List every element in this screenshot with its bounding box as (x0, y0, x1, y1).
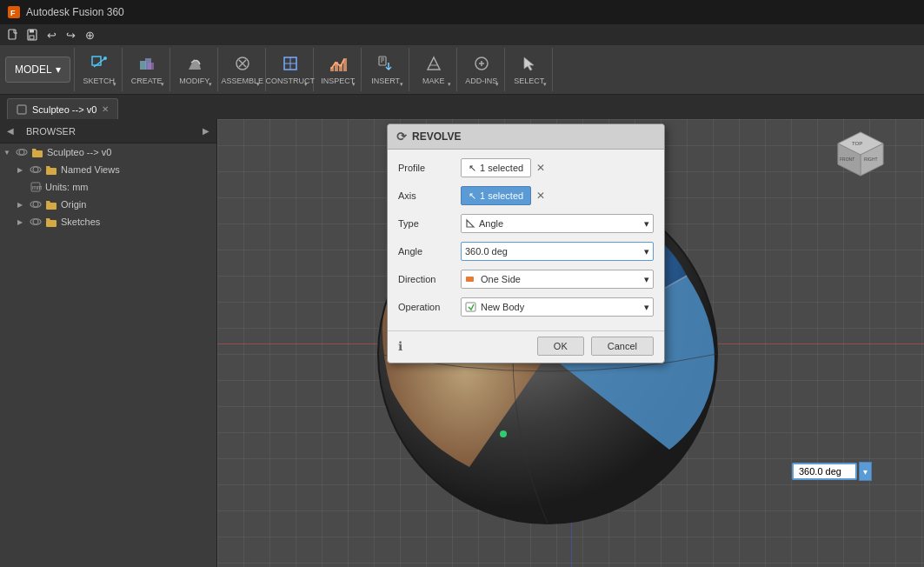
profile-label: Profile (398, 163, 461, 173)
cancel-button[interactable]: Cancel (591, 337, 654, 356)
select-btn[interactable]: SELECT ▾ (510, 50, 548, 90)
angle-input[interactable]: ▾ (461, 242, 654, 261)
svg-text:FRONT: FRONT (840, 157, 854, 162)
revolve-dialog-body: Profile ↖ 1 selected ✕ Axis ↖ (388, 150, 664, 330)
angle-dropdown-arrow[interactable]: ▾ (644, 246, 649, 257)
dialog-buttons: OK Cancel (537, 337, 654, 356)
create-btn[interactable]: CREATE ▾ (128, 50, 166, 90)
origin-folder-icon (45, 198, 57, 210)
tab-label: Sculpteo --> v0 (32, 104, 96, 115)
inspect-btn[interactable]: INSPECT ▾ (319, 50, 357, 90)
axis-select-btn[interactable]: ↖ 1 selected (461, 186, 531, 205)
type-value: Angle (479, 218, 503, 229)
type-label: Type (398, 218, 461, 229)
svg-rect-10 (148, 63, 154, 70)
revolve-title: REVOLVE (412, 130, 461, 143)
svg-rect-6 (92, 57, 101, 65)
units-label: Units: mm (45, 182, 89, 192)
tab-close-btn[interactable]: ✕ (102, 104, 109, 114)
select-group: SELECT ▾ (510, 48, 553, 91)
model-dropdown[interactable]: MODEL ▾ (5, 57, 70, 83)
svg-text:TOP: TOP (852, 141, 862, 146)
angle-control: ▾ (461, 242, 654, 261)
title-bar: F Autodesk Fusion 360 (0, 0, 924, 24)
assemble-btn[interactable]: ASSEMBLE ▾ (223, 50, 262, 90)
direction-label: Direction (398, 274, 461, 284)
browser-item-origin[interactable]: ▶ Origin (0, 196, 216, 213)
browser-item-root[interactable]: ▼ Sculpteo --> v0 (0, 143, 216, 161)
svg-rect-16 (343, 58, 347, 71)
nav-cube[interactable]: TOP RIGHT FRONT (833, 128, 889, 187)
extra-btn[interactable]: ⊕ (80, 25, 99, 44)
main-tab[interactable]: Sculpteo --> v0 ✕ (7, 98, 118, 119)
svg-rect-19 (17, 105, 26, 114)
construct-group: CONSTRUCT ▾ (271, 48, 314, 91)
info-btn[interactable]: ℹ (398, 339, 402, 353)
operation-dropdown-arrow: ▾ (644, 302, 649, 313)
profile-row: Profile ↖ 1 selected ✕ (398, 157, 654, 179)
revolve-icon: ⟳ (396, 130, 407, 143)
angle-row: Angle ▾ (398, 240, 654, 263)
direction-value: One Side (481, 274, 521, 284)
axis-clear-btn[interactable]: ✕ (535, 188, 547, 203)
type-dropdown[interactable]: Angle ▾ (461, 214, 654, 233)
create-group: CREATE ▾ (128, 48, 170, 91)
toolbar-bottom: MODEL ▾ SKETCH ▾ CREATE ▾ (0, 45, 924, 94)
svg-rect-4 (30, 30, 34, 33)
profile-select-btn[interactable]: ↖ 1 selected (461, 158, 531, 177)
profile-control: ↖ 1 selected ✕ (461, 158, 654, 177)
new-btn[interactable] (3, 25, 23, 44)
profile-value: 1 selected (480, 163, 523, 173)
folder-icon (31, 146, 43, 158)
type-dropdown-arrow: ▾ (644, 218, 649, 230)
svg-text:RIGHT: RIGHT (864, 157, 878, 162)
named-views-folder-icon (45, 163, 57, 176)
direction-dropdown[interactable]: One Side ▾ (461, 270, 654, 289)
addins-btn[interactable]: ADD-INS ▾ (462, 50, 501, 90)
construct-btn[interactable]: CONSTRUCT ▾ (271, 50, 309, 90)
type-control: Angle ▾ (461, 214, 654, 233)
operation-dropdown[interactable]: New Body ▾ (461, 297, 654, 317)
origin-arrow: ▶ (17, 201, 26, 209)
modify-group: MODIFY ▾ (176, 48, 218, 91)
direction-control: One Side ▾ (461, 270, 654, 289)
axis-control: ↖ 1 selected ✕ (461, 186, 654, 205)
insert-btn[interactable]: INSERT ▾ (367, 50, 405, 90)
direction-dropdown-arrow: ▾ (644, 274, 649, 285)
redo-btn[interactable]: ↪ (61, 25, 80, 44)
browser-content: ▼ Sculpteo --> v0 ▶ Named Views mm Units… (0, 143, 216, 567)
svg-rect-5 (30, 36, 34, 39)
profile-clear-btn[interactable]: ✕ (535, 160, 547, 176)
named-views-eye-icon (30, 163, 42, 176)
svg-point-31 (33, 219, 38, 224)
angle-label: Angle (398, 246, 461, 257)
named-views-label: Named Views (61, 164, 120, 175)
browser-header: ◀ BROWSER ▶ (0, 119, 216, 143)
app-title: Autodesk Fusion 360 (26, 6, 124, 18)
angle-text-input[interactable] (465, 246, 644, 257)
ok-button[interactable]: OK (537, 337, 584, 356)
angle-3d-dropdown[interactable]: ▾ (859, 462, 872, 481)
browser-expand-btn[interactable]: ▶ (203, 126, 209, 136)
undo-btn[interactable]: ↩ (42, 25, 61, 44)
named-views-arrow: ▶ (17, 166, 26, 174)
make-btn[interactable]: MAKE ▾ (415, 50, 453, 90)
browser-collapse-btn[interactable]: ◀ (7, 126, 14, 136)
browser-item-sketches[interactable]: ▶ Sketches (0, 213, 216, 230)
sketch-btn[interactable]: SKETCH ▾ (80, 50, 118, 90)
sketch-group: SKETCH ▾ (80, 48, 123, 91)
angle-3d-input[interactable] (792, 463, 857, 480)
revolve-dialog: ⟳ REVOLVE Profile ↖ 1 selected ✕ (387, 123, 665, 364)
browser-item-named-views[interactable]: ▶ Named Views (0, 161, 216, 178)
axis-label: Axis (398, 190, 461, 201)
root-item-label: Sculpteo --> v0 (47, 147, 111, 157)
operation-icon (465, 302, 477, 312)
angle-icon (465, 218, 475, 229)
browser-item-units[interactable]: mm Units: mm (0, 178, 216, 196)
viewport[interactable]: ⟳ REVOLVE Profile ↖ 1 selected ✕ (217, 119, 924, 567)
save-btn[interactable] (23, 25, 42, 44)
svg-rect-25 (46, 168, 57, 175)
modify-btn[interactable]: MODIFY ▾ (176, 50, 214, 90)
svg-rect-8 (140, 61, 146, 70)
cursor-icon: ↖ (469, 163, 476, 174)
